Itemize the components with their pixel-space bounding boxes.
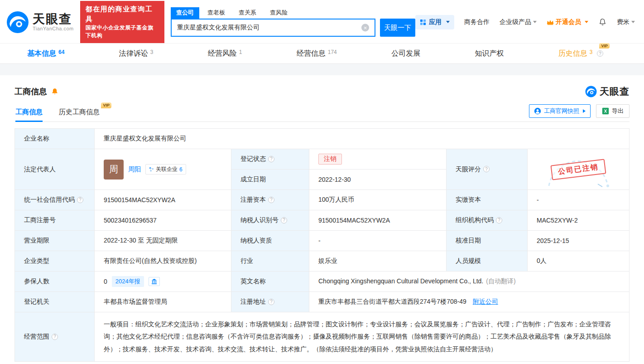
search-button[interactable]: 天眼一下 (380, 19, 415, 37)
subtab-label: 历史工商信息 (59, 108, 100, 116)
insured-trend-chip[interactable] (149, 277, 160, 286)
search-tabs: 查公司 查老板 查关系 查风险 (171, 7, 415, 19)
notifications-bell-icon[interactable] (598, 18, 607, 26)
english-name-value: Chongqing Xingshengquan Cultural Develop… (309, 272, 630, 292)
export-button[interactable]: 导出 (596, 104, 630, 118)
main-content: 工商信息 天眼查 工商信息 历史工商信息 VIP 工商官网快照 (0, 75, 644, 362)
search-area: 查公司 查老板 查关系 查风险 × 天眼一下 (171, 7, 415, 37)
related-companies-chip[interactable]: 关联企业 6 (145, 164, 186, 175)
official-snapshot-button[interactable]: 工商官网快照 (529, 104, 591, 118)
snapshot-icon (534, 107, 541, 115)
label-text: 登记机关 (24, 298, 49, 305)
legal-rep-link[interactable]: 周阳 (128, 165, 141, 174)
value-text: 91500154MAC52XYW2A (318, 217, 390, 224)
slogan-line1: 都在用的商业查询工具 (86, 4, 159, 24)
search-tab-boss[interactable]: 查老板 (202, 7, 231, 19)
nearby-companies-link[interactable]: 附近公司 (473, 298, 498, 306)
tab-operation-info[interactable]: 经营信息174 (297, 47, 337, 60)
tab-company-development[interactable]: 公司发展 (391, 47, 420, 60)
field-label: 注册资本? (231, 190, 309, 210)
chevron-down-icon (631, 21, 635, 23)
help-icon[interactable]: ? (52, 334, 58, 340)
subtab-history-business-info[interactable]: 历史工商信息 VIP (59, 108, 100, 116)
tianyancha-company-page: 天眼查 TianYanCha.com 都在用的商业查询工具 国家中小企业发展子基… (0, 0, 644, 364)
table-row: 工商注册号 500234016296537 纳税人识别号? 91500154MA… (15, 210, 630, 231)
label-text: 企业类型 (24, 257, 49, 264)
subscribe-bell-icon[interactable] (51, 87, 59, 96)
excel-icon (602, 107, 609, 115)
apps-button[interactable]: 应用 (415, 15, 454, 29)
label-text: 参保人数 (24, 277, 49, 285)
tab-count: 3 (150, 49, 154, 55)
help-icon[interactable]: ? (496, 217, 502, 223)
value-text: Chongqing Xingshengquan Cultural Develop… (318, 277, 483, 285)
help-icon[interactable]: ? (483, 166, 490, 172)
tab-label: 公司发展 (391, 49, 420, 57)
tianyancha-logo[interactable]: 天眼查 TianYanCha.com (6, 11, 74, 34)
help-icon[interactable]: ? (281, 217, 287, 223)
search-tab-risk[interactable]: 查风险 (264, 7, 293, 19)
business-term-value: 2022-12-30 至 无固定期限 (95, 231, 231, 251)
tab-history-info[interactable]: VIP 历史信息3 ? (558, 47, 603, 60)
search-tab-relation[interactable]: 查关系 (233, 7, 262, 19)
tab-count: 1 (239, 49, 242, 55)
label-text: 注册地址 (240, 298, 266, 305)
grid-icon (420, 19, 426, 25)
value-text: 重庆市丰都县三合街道平都大道西段274号7楼708-49 (318, 298, 466, 306)
value-text: 91500154MAC52XYW2A (104, 196, 175, 204)
clear-search-icon[interactable]: × (361, 24, 369, 32)
top-menu: 应用 商务合作 企业级产品 开通会员 费米 (415, 15, 635, 29)
status-badge: 注销 (318, 154, 342, 165)
table-row: 营业期限 2022-12-30 至 无固定期限 纳税人资质 - 核准日期 202… (15, 231, 630, 251)
field-label: 统一社会信用代码? (15, 190, 95, 210)
label-text: 成立日期 (240, 175, 266, 183)
user-menu[interactable]: 费米 (617, 18, 635, 26)
credit-code-value: 91500154MAC52XYW2A (95, 190, 231, 210)
taxpayer-qualification-value: - (309, 231, 447, 251)
subtab-row: 工商信息 历史工商信息 VIP 工商官网快照 导出 (14, 105, 630, 122)
tab-basic-info[interactable]: 基本信息64 (27, 47, 64, 60)
menu-enterprise-products[interactable]: 企业级产品 (500, 18, 537, 26)
help-icon[interactable]: ? (77, 197, 83, 203)
tab-intellectual-property[interactable]: 知识产权 (475, 47, 504, 60)
field-label: 人员规模 (447, 251, 528, 272)
avatar[interactable]: 周 (104, 160, 124, 180)
value-text: 2022-12-30 至 无固定期限 (104, 237, 178, 244)
establish-date-value: 2022-12-30 (309, 170, 447, 190)
search-input[interactable] (172, 19, 375, 36)
field-label: 纳税人识别号? (231, 210, 309, 231)
approved-date-value: 2025-12-15 (528, 231, 630, 251)
reg-number-value: 500234016296537 (95, 210, 231, 231)
field-label: 登记机关 (15, 292, 95, 312)
open-vip-button[interactable]: 开通会员 (547, 18, 588, 26)
tab-operation-risk[interactable]: 经营风险1 (208, 47, 242, 60)
field-label: 登记状态? (231, 149, 309, 170)
field-label: 实缴资本 (447, 190, 528, 210)
help-icon[interactable]: ? (268, 197, 274, 203)
export-label: 导出 (612, 107, 624, 115)
search-tab-company[interactable]: 查公司 (171, 7, 199, 19)
arrow-right-icon (583, 109, 586, 113)
slogan-banner: 都在用的商业查询工具 国家中小企业发展子基金旗下机构 (80, 1, 164, 43)
help-icon[interactable]: ? (268, 299, 274, 305)
org-code-value: MAC52XYW-2 (528, 210, 630, 231)
help-icon[interactable]: ? (268, 156, 274, 162)
label-text: 人员规模 (456, 257, 481, 264)
insured-count-cell: 0 2024年报 (95, 272, 231, 292)
staff-size-value: 0人 (528, 251, 630, 272)
subtab-business-info[interactable]: 工商信息 (15, 108, 43, 116)
field-label: 天眼评分? (447, 149, 528, 190)
annual-report-badge[interactable]: 2024年报 (112, 276, 144, 287)
field-label: 企业类型 (15, 251, 95, 272)
taxpayer-id-value: 91500154MAC52XYW2A (309, 210, 447, 231)
top-bar: 天眼查 TianYanCha.com 都在用的商业查询工具 国家中小企业发展子基… (0, 0, 644, 43)
menu-cooperation[interactable]: 商务合作 (464, 18, 490, 26)
table-row: 统一社会信用代码? 91500154MAC52XYW2A 注册资本? 100万人… (15, 190, 630, 210)
label-text: 登记状态 (240, 155, 266, 162)
chevron-down-icon (446, 21, 450, 23)
tab-count: 174 (328, 49, 337, 55)
label-text: 实缴资本 (456, 196, 481, 203)
tab-legal-proceedings[interactable]: 法律诉讼3 (119, 47, 154, 60)
help-icon[interactable]: ? (597, 50, 603, 57)
vip-badge: VIP (599, 43, 610, 49)
